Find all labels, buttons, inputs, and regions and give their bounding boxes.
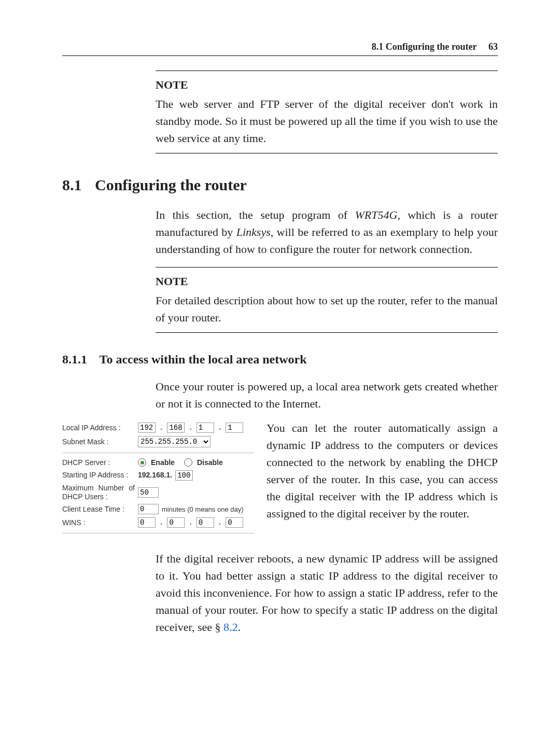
running-head: 8.1 Configuring the router 63	[62, 41, 498, 52]
subsection-para1: Once your router is powered up, a local …	[156, 378, 498, 412]
router-side-paragraph: You can let the router automatically ass…	[267, 419, 498, 522]
dhcp-enable-radio[interactable]	[138, 458, 146, 467]
lease-time-suffix: minutes (0 means one day)	[162, 505, 244, 514]
note2-rule-bottom	[156, 332, 498, 333]
dhcp-disable-radio[interactable]	[184, 458, 192, 467]
note-rule-bottom	[156, 153, 498, 153]
intro-em1: WRT54G	[355, 208, 398, 221]
subsection-heading: 8.1.1 To access within the local area ne…	[62, 353, 498, 367]
subnet-mask-select[interactable]: 255.255.255.0	[138, 436, 211, 447]
local-ip-octet-2[interactable]	[167, 423, 185, 433]
subsection-title-text: To access within the local area network	[100, 353, 307, 366]
running-section: 8.1 Configuring the router	[372, 41, 477, 52]
local-ip-octet-3[interactable]	[197, 423, 214, 433]
starting-ip-prefix: 192.168.1.	[138, 471, 172, 480]
subsection-number: 8.1.1	[62, 353, 87, 366]
max-users-input[interactable]	[138, 487, 159, 498]
wins-octet-1[interactable]	[138, 517, 156, 528]
panel-divider	[62, 453, 254, 453]
section-heading: 8.1 Configuring the router	[62, 176, 498, 194]
wins-octet-4[interactable]	[226, 517, 243, 528]
label-wins: WINS :	[62, 518, 135, 527]
wins-octet-2[interactable]	[167, 517, 185, 528]
para2-pre: If the digital receiver reboots, a new d…	[156, 552, 498, 634]
section-title-text: Configuring the router	[95, 176, 247, 193]
para2-post: .	[238, 621, 241, 634]
section-number: 8.1	[62, 176, 82, 193]
page: 8.1 Configuring the router 63 NOTE The w…	[0, 0, 560, 746]
label-max-users: Maximum Number of DHCP Users :	[62, 484, 135, 501]
lease-time-input[interactable]	[138, 504, 159, 514]
local-ip-octet-4[interactable]	[226, 423, 243, 433]
dhcp-disable-label: Disable	[197, 458, 223, 467]
note2-body: For detailed description about how to se…	[156, 292, 498, 326]
header-rule	[62, 55, 498, 56]
note-body: The web server and FTP server of the dig…	[156, 95, 498, 147]
wins-octet-3[interactable]	[197, 517, 214, 528]
panel-bottom-rule	[62, 533, 254, 533]
note-rule-top	[156, 71, 498, 71]
note2-heading: NOTE	[156, 273, 498, 290]
intro-pre: In this section, the setup program of	[156, 208, 355, 221]
router-config-panel: Local IP Address : . . . Subnet Mask : 2…	[62, 419, 254, 539]
section-intro: In this section, the setup program of WR…	[156, 206, 498, 258]
note-heading: NOTE	[156, 76, 498, 93]
note2-rule-top	[156, 267, 498, 268]
starting-ip-input[interactable]	[175, 470, 193, 481]
label-local-ip: Local IP Address :	[62, 424, 135, 432]
page-number: 63	[488, 41, 498, 52]
subsection-para2: If the digital receiver reboots, a new d…	[156, 550, 498, 636]
label-subnet: Subnet Mask :	[62, 438, 135, 446]
local-ip-octet-1[interactable]	[138, 423, 156, 433]
intro-em2: Linksys	[236, 226, 271, 238]
cross-ref-link[interactable]: 8.2	[223, 621, 238, 634]
label-starting-ip: Starting IP Address :	[62, 471, 135, 480]
label-lease-time: Client Lease Time :	[62, 505, 135, 514]
dhcp-enable-label: Enable	[151, 458, 175, 467]
label-dhcp-server: DHCP Server :	[62, 458, 135, 467]
